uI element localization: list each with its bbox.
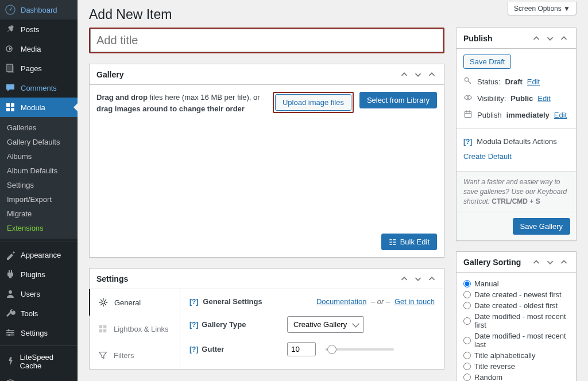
- create-default-link[interactable]: Create Default: [463, 152, 569, 161]
- get-in-touch-link[interactable]: Get in touch: [394, 297, 435, 306]
- sidebar-item-appearance[interactable]: Appearance: [0, 245, 78, 265]
- sub-item-album-defaults[interactable]: Album Defaults: [0, 164, 78, 178]
- sort-option-4[interactable]: Date modified - most recent last: [463, 331, 569, 350]
- sidebar-item-modula[interactable]: Modula: [0, 98, 78, 117]
- save-draft-button[interactable]: Save Draft: [463, 55, 511, 69]
- help-icon[interactable]: [?]: [189, 298, 198, 306]
- move-down-icon[interactable]: [413, 69, 423, 80]
- gutter-input[interactable]: [287, 342, 316, 356]
- sort-option-7[interactable]: Random: [463, 372, 569, 381]
- upload-highlight-box: Upload image files: [273, 92, 354, 113]
- svg-rect-12: [6, 335, 14, 336]
- sidebar-item-litespeed-cache[interactable]: LiteSpeed Cache: [0, 349, 78, 374]
- settings-tab-label: Filters: [114, 351, 134, 360]
- sub-item-extensions[interactable]: Extensions: [0, 221, 78, 235]
- key-icon: [463, 76, 473, 87]
- sidebar-item-media[interactable]: Media: [0, 39, 78, 59]
- gutter-slider[interactable]: [325, 348, 394, 351]
- sort-radio[interactable]: [463, 337, 471, 344]
- sub-item-gallery-defaults[interactable]: Gallery Defaults: [0, 135, 78, 149]
- sidebar-item-tools[interactable]: Tools: [0, 304, 78, 323]
- sort-option-label: Random: [474, 373, 502, 381]
- move-down-icon[interactable]: [545, 257, 555, 267]
- sort-option-6[interactable]: Title reverse: [463, 361, 569, 372]
- sort-option-1[interactable]: Date created - newest first: [463, 289, 569, 300]
- sort-option-0[interactable]: Manual: [463, 278, 569, 289]
- toggle-icon[interactable]: [427, 274, 437, 284]
- title-input[interactable]: [90, 29, 443, 52]
- sort-radio[interactable]: [463, 280, 471, 287]
- sidebar-item-settings[interactable]: Settings: [0, 323, 78, 343]
- sort-option-5[interactable]: Title alphabetically: [463, 350, 569, 361]
- help-icon[interactable]: [?]: [189, 345, 198, 353]
- screen-options-label: Screen Options: [514, 5, 562, 13]
- toggle-icon[interactable]: [559, 33, 569, 44]
- settings-tab-general[interactable]: General: [89, 289, 180, 316]
- screen-options-button[interactable]: Screen Options ▼: [508, 2, 577, 15]
- sort-option-label: Manual: [474, 279, 499, 288]
- sort-radio[interactable]: [463, 302, 471, 309]
- sidebar-item-pages[interactable]: Pages: [0, 59, 78, 78]
- svg-rect-30: [465, 111, 471, 117]
- help-icon[interactable]: [?]: [463, 138, 472, 146]
- status-label: Status:: [477, 77, 500, 86]
- sidebar-item-posts[interactable]: Posts: [0, 20, 78, 39]
- move-up-icon[interactable]: [399, 274, 409, 284]
- sidebar-item-label: Modula: [21, 103, 45, 112]
- sort-radio[interactable]: [463, 363, 471, 370]
- sub-item-import-export[interactable]: Import/Export: [0, 192, 78, 207]
- sort-option-2[interactable]: Date created - oldest first: [463, 300, 569, 311]
- svg-rect-24: [99, 325, 102, 328]
- sort-radio[interactable]: [463, 374, 471, 381]
- edit-schedule-link[interactable]: Edit: [554, 111, 567, 119]
- sub-item-settings[interactable]: Settings: [0, 178, 78, 192]
- sort-radio[interactable]: [463, 352, 471, 359]
- sorting-panel-title: Gallery Sorting: [463, 258, 531, 267]
- upload-image-button[interactable]: Upload image files: [275, 94, 351, 111]
- page-title: Add New Item: [89, 0, 577, 28]
- sidebar-item-dashboard[interactable]: Dashboard: [0, 0, 78, 20]
- sidebar-item-users[interactable]: Users: [0, 284, 78, 304]
- sub-item-galleries[interactable]: Galleries: [0, 120, 78, 135]
- help-icon[interactable]: [?]: [189, 321, 198, 329]
- save-gallery-button[interactable]: Save Gallery: [513, 218, 570, 235]
- toggle-icon[interactable]: [427, 69, 437, 80]
- bulk-edit-button[interactable]: Bulk Edit: [381, 234, 437, 250]
- sidebar-item-label: Pages: [21, 64, 42, 73]
- gutter-label: Gutter: [202, 345, 224, 353]
- settings-tab-lightbox-links[interactable]: Lightbox & Links: [90, 316, 180, 342]
- svg-rect-22: [393, 244, 396, 244]
- sidebar-item-comments[interactable]: Comments: [0, 78, 78, 98]
- move-down-icon[interactable]: [545, 33, 555, 44]
- sort-option-3[interactable]: Date modified - most recent first: [463, 311, 569, 331]
- move-down-icon[interactable]: [413, 274, 423, 284]
- sidebar-item-label: Tools: [21, 309, 38, 318]
- modula-icon: [5, 102, 16, 113]
- move-up-icon[interactable]: [399, 69, 409, 80]
- media-icon: [5, 43, 16, 55]
- edit-status-link[interactable]: Edit: [527, 77, 540, 86]
- sort-radio[interactable]: [463, 317, 471, 325]
- svg-point-1: [10, 9, 11, 11]
- gallery-type-select[interactable]: Creative Gallery: [287, 316, 364, 333]
- svg-rect-18: [389, 242, 392, 242]
- svg-point-29: [467, 96, 469, 98]
- users-icon: [5, 288, 16, 300]
- select-library-button[interactable]: Select from Library: [359, 92, 437, 108]
- collapse-menu[interactable]: Collapse menu: [0, 374, 78, 381]
- toggle-icon[interactable]: [559, 257, 569, 267]
- sub-item-albums[interactable]: Albums: [0, 149, 78, 164]
- svg-point-14: [11, 332, 13, 334]
- edit-visibility-link[interactable]: Edit: [537, 94, 550, 103]
- lightbox-icon: [98, 324, 108, 334]
- settings-tab-filters[interactable]: Filters: [90, 342, 180, 368]
- sort-option-label: Date modified - most recent first: [474, 312, 569, 329]
- sort-radio[interactable]: [463, 291, 471, 298]
- sub-item-migrate[interactable]: Migrate: [0, 207, 78, 221]
- gear-icon: [98, 297, 109, 308]
- gallery-drag-text: Drag and drop files here (max 16 MB per …: [96, 92, 267, 114]
- documentation-link[interactable]: Documentation: [316, 297, 366, 306]
- sidebar-item-plugins[interactable]: Plugins: [0, 265, 78, 284]
- move-up-icon[interactable]: [531, 257, 541, 267]
- move-up-icon[interactable]: [531, 33, 541, 44]
